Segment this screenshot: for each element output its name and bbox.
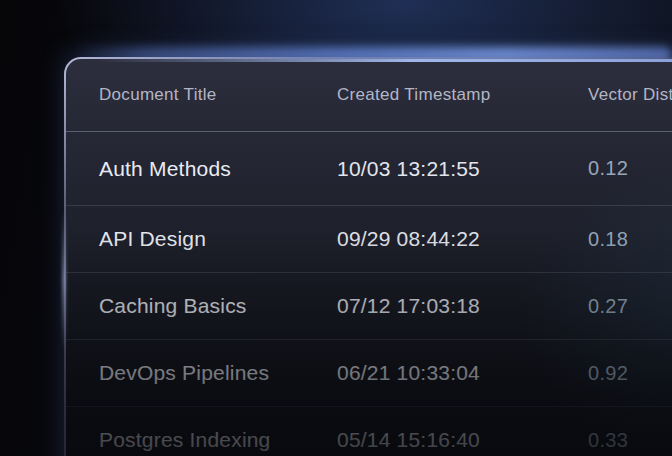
column-header-created-timestamp: Created Timestamp [337, 85, 588, 105]
documents-table: Document Title Created Timestamp Vector … [66, 59, 672, 456]
documents-table-card: Document Title Created Timestamp Vector … [64, 57, 672, 456]
cell-created-timestamp: 06/21 10:33:04 [337, 361, 588, 385]
table-row[interactable]: Auth Methods 10/03 13:21:55 0.12 [66, 132, 672, 206]
cell-document-title: Auth Methods [99, 157, 337, 181]
cell-document-title: Postgres Indexing [99, 428, 337, 452]
table-row[interactable]: Postgres Indexing 05/14 15:16:40 0.33 [66, 407, 672, 456]
cell-vector-distance: 0.12 [588, 157, 672, 180]
top-edge-glow-core [95, 59, 672, 62]
cell-created-timestamp: 10/03 13:21:55 [337, 157, 588, 181]
cell-vector-distance: 0.18 [588, 228, 672, 251]
left-edge-light-streak [62, 210, 66, 350]
cell-vector-distance: 0.27 [588, 295, 672, 318]
background-scene: Document Title Created Timestamp Vector … [0, 0, 672, 456]
cell-document-title: DevOps Pipelines [99, 361, 337, 385]
column-header-vector-distance: Vector Distance [588, 85, 672, 105]
table-row[interactable]: Caching Basics 07/12 17:03:18 0.27 [66, 273, 672, 340]
table-row[interactable]: DevOps Pipelines 06/21 10:33:04 0.92 [66, 340, 672, 407]
column-header-document-title: Document Title [99, 85, 337, 105]
cell-document-title: Caching Basics [99, 294, 337, 318]
table-row[interactable]: API Design 09/29 08:44:22 0.18 [66, 206, 672, 273]
cell-created-timestamp: 09/29 08:44:22 [337, 227, 588, 251]
cell-created-timestamp: 05/14 15:16:40 [337, 428, 588, 452]
table-header-row: Document Title Created Timestamp Vector … [66, 59, 672, 132]
cell-created-timestamp: 07/12 17:03:18 [337, 294, 588, 318]
cell-vector-distance: 0.33 [588, 429, 672, 452]
cell-document-title: API Design [99, 227, 337, 251]
cell-vector-distance: 0.92 [588, 362, 672, 385]
